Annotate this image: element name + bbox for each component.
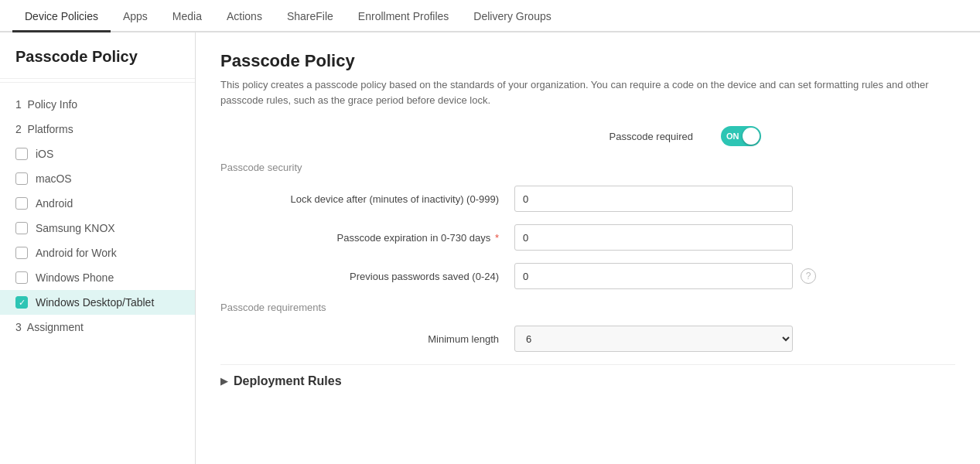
tab-device-policies[interactable]: Device Policies: [12, 2, 111, 32]
help-icon-previous-passwords[interactable]: ?: [801, 268, 816, 284]
security-fields: Lock device after (minutes of inactivity…: [220, 186, 955, 289]
platform-items-list: iOSmacOSAndroidSamsung KNOXAndroid for W…: [0, 142, 195, 315]
sidebar-platform-samsung-knox[interactable]: Samsung KNOX: [0, 216, 195, 241]
form-label-previous-passwords: Previous passwords saved (0-24): [220, 271, 514, 282]
toggle-thumb: [743, 128, 760, 145]
checkbox-macos[interactable]: [15, 172, 28, 185]
passcode-required-toggle[interactable]: ON: [721, 126, 761, 146]
platform-label-android-for-work: Android for Work: [36, 247, 117, 259]
checkbox-ios[interactable]: [15, 148, 28, 160]
deployment-rules-arrow: ▶: [220, 376, 227, 387]
checkbox-windows-phone[interactable]: [15, 271, 28, 284]
sidebar: Passcode Policy 1 Policy Info 2 Platform…: [0, 32, 196, 464]
sidebar-item-platforms[interactable]: 2 Platforms: [0, 117, 195, 142]
sidebar-section-platforms-label: 2 Platforms: [15, 123, 73, 135]
checkbox-android[interactable]: [15, 197, 28, 210]
form-row-minimum-length: Minimum length123456789101112: [220, 326, 955, 352]
passcode-required-row: Passcode required ON: [220, 126, 955, 146]
sidebar-platform-windows-desktop[interactable]: Windows Desktop/Tablet: [0, 290, 195, 315]
main-layout: Passcode Policy 1 Policy Info 2 Platform…: [0, 32, 980, 464]
platform-label-android: Android: [36, 197, 73, 210]
input-previous-passwords[interactable]: [514, 263, 793, 289]
main-content: Passcode Policy This policy creates a pa…: [196, 32, 980, 464]
sidebar-item-assignment[interactable]: 3 Assignment: [0, 315, 195, 339]
tab-media[interactable]: Media: [160, 2, 214, 32]
sidebar-platform-android-for-work[interactable]: Android for Work: [0, 241, 195, 265]
deployment-rules-section: ▶ Deployment Rules: [220, 364, 955, 388]
select-minimum-length[interactable]: 123456789101112: [514, 326, 793, 352]
platform-label-macos: macOS: [36, 172, 72, 185]
platform-label-windows-phone: Windows Phone: [36, 271, 114, 284]
checkbox-windows-desktop[interactable]: [15, 296, 28, 309]
tab-sharefile[interactable]: ShareFile: [275, 2, 346, 32]
sidebar-platform-ios[interactable]: iOS: [0, 142, 195, 166]
sidebar-title: Passcode Policy: [0, 32, 195, 79]
checkbox-samsung-knox[interactable]: [15, 222, 28, 234]
tab-actions[interactable]: Actions: [214, 2, 275, 32]
content-title: Passcode Policy: [220, 51, 955, 71]
sidebar-section-policy-info-label: 1 Policy Info: [15, 98, 77, 111]
tab-apps[interactable]: Apps: [111, 2, 160, 32]
platform-label-windows-desktop: Windows Desktop/Tablet: [36, 296, 154, 309]
sidebar-section-assignment-label: 3 Assignment: [15, 321, 84, 333]
passcode-required-label: Passcode required: [415, 131, 709, 142]
required-indicator-passcode-expiration: *: [492, 232, 499, 244]
sidebar-item-policy-info[interactable]: 1 Policy Info: [0, 92, 195, 117]
form-label-lock-device: Lock device after (minutes of inactivity…: [220, 193, 514, 205]
platform-label-ios: iOS: [36, 148, 53, 160]
sidebar-platform-android[interactable]: Android: [0, 191, 195, 216]
tab-delivery-groups[interactable]: Delivery Groups: [461, 2, 563, 32]
input-passcode-expiration[interactable]: [514, 224, 793, 251]
deployment-rules-label: Deployment Rules: [234, 374, 342, 388]
sidebar-platform-macos[interactable]: macOS: [0, 166, 195, 191]
passcode-security-section-label: Passcode security: [220, 162, 955, 173]
input-lock-device[interactable]: [514, 186, 793, 212]
top-navigation: Device PoliciesAppsMediaActionsShareFile…: [0, 0, 980, 32]
form-row-lock-device: Lock device after (minutes of inactivity…: [220, 186, 955, 212]
form-label-minimum-length: Minimum length: [220, 333, 514, 345]
form-row-previous-passwords: Previous passwords saved (0-24)?: [220, 263, 955, 289]
content-description: This policy creates a passcode policy ba…: [220, 77, 955, 107]
toggle-on-label: ON: [726, 131, 739, 141]
platform-label-samsung-knox: Samsung KNOX: [36, 222, 115, 234]
form-row-passcode-expiration: Passcode expiration in 0-730 days *: [220, 224, 955, 251]
form-label-passcode-expiration: Passcode expiration in 0-730 days *: [220, 232, 514, 244]
checkbox-android-for-work[interactable]: [15, 247, 28, 259]
sidebar-platform-windows-phone[interactable]: Windows Phone: [0, 265, 195, 290]
requirements-fields: Minimum length123456789101112: [220, 326, 955, 352]
passcode-requirements-section-label: Passcode requirements: [220, 302, 955, 313]
tab-enrollment-profiles[interactable]: Enrollment Profiles: [346, 2, 462, 32]
deployment-rules-header[interactable]: ▶ Deployment Rules: [220, 374, 955, 388]
